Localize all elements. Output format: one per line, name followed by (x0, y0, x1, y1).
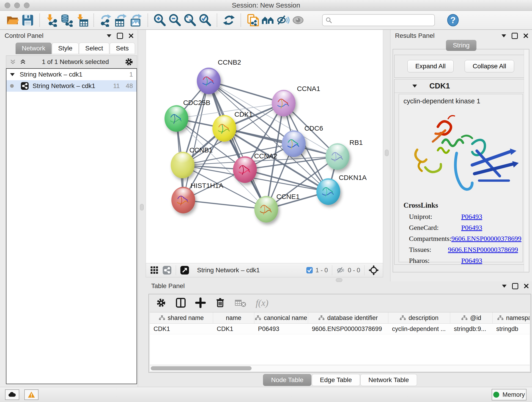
string-share-icon[interactable] (162, 266, 172, 275)
selected-checkbox-icon[interactable] (306, 267, 313, 274)
crosslink-tissues[interactable]: 9606.ENSP00000378699 (448, 246, 518, 254)
node-RB1[interactable] (326, 143, 349, 170)
network-row-selected[interactable]: String Network – cdk1 11 48 (6, 80, 137, 92)
warning-button[interactable] (24, 389, 38, 400)
column-header-canonical-name[interactable]: canonical name (254, 313, 308, 323)
right-splitter-handle[interactable] (385, 150, 389, 156)
column-header-database-identifier[interactable]: database identifier (308, 313, 388, 323)
node-table[interactable]: shared namenamecanonical namedatabase id… (150, 312, 530, 365)
tab-node-table[interactable]: Node Table (263, 374, 311, 386)
crosslink-genecard[interactable]: P06493 (461, 224, 482, 231)
tab-network[interactable]: Network (16, 43, 51, 54)
memory-button[interactable]: Memory (492, 389, 526, 400)
cell-0[interactable]: CDK1 (150, 324, 213, 334)
column-header-namespace[interactable]: namespace (493, 313, 530, 323)
expand-all-button[interactable]: Expand All (407, 60, 454, 72)
network-canvas[interactable]: CCNB2CCNA1CDC25BCDK1CDC6RB1CCNB1CCNA2CDK… (146, 30, 383, 263)
node-CCNE1[interactable] (254, 196, 278, 223)
network-collection-row[interactable]: String Network – cdk1 1 (6, 69, 137, 80)
collapse-all-button[interactable]: Collapse All (465, 60, 514, 72)
import-network-from-database-icon[interactable] (59, 13, 74, 28)
crosslink-pharos[interactable]: P06493 (461, 257, 482, 264)
function-builder-icon[interactable]: f(x) (256, 298, 268, 308)
fit-content-icon[interactable] (182, 13, 197, 28)
table-gear-icon[interactable] (156, 298, 166, 308)
delete-column-icon[interactable] (215, 298, 225, 308)
node-HIST1H1A[interactable] (171, 187, 195, 213)
float-panel-icon[interactable] (512, 33, 518, 39)
crosslink-uniprot[interactable]: P06493 (461, 213, 482, 220)
cloud-button[interactable] (5, 389, 19, 400)
zoom-in-icon[interactable] (152, 13, 167, 28)
node-CDK1[interactable] (212, 115, 236, 142)
search-field[interactable] (332, 16, 432, 24)
panel-menu-icon[interactable] (501, 34, 506, 37)
crosslink-compartments[interactable]: 9606.ENSP00000378699 (451, 235, 521, 242)
cell-4[interactable]: cyclin-dependent ... (388, 324, 450, 334)
expand-all-icon[interactable] (19, 58, 26, 65)
close-panel-icon[interactable] (523, 33, 528, 38)
column-header-name[interactable]: name (213, 313, 254, 323)
gear-icon[interactable] (124, 57, 133, 66)
node-CDKN1A[interactable] (317, 178, 340, 205)
tab-sets[interactable]: Sets (110, 43, 135, 54)
duplicate-page-icon[interactable] (245, 13, 260, 28)
collection-expander-icon[interactable] (10, 73, 15, 76)
node-CCNA1[interactable] (272, 90, 296, 116)
edge-CDK1-RB1[interactable] (224, 128, 337, 157)
export-image-icon[interactable] (128, 13, 143, 28)
zoom-out-icon[interactable] (167, 13, 182, 28)
node-CDC25B[interactable] (165, 105, 188, 132)
node-CDC6[interactable] (282, 130, 306, 157)
add-column-icon[interactable] (195, 298, 206, 308)
cell-1[interactable]: CDK1 (213, 324, 254, 334)
left-splitter-handle[interactable] (140, 204, 144, 211)
tab-style[interactable]: Style (52, 43, 79, 54)
collapse-all-icon[interactable] (9, 58, 16, 65)
panel-menu-icon[interactable] (502, 285, 507, 288)
edge-CCNB2-CCNE1[interactable] (209, 81, 266, 209)
open-browser-icon[interactable] (260, 13, 275, 28)
apply-preferred-layout-icon[interactable] (221, 13, 236, 28)
grid-view-icon[interactable] (150, 266, 159, 274)
node-CCNB1[interactable] (171, 152, 195, 178)
open-session-icon[interactable] (5, 13, 20, 28)
help-icon[interactable]: ? (445, 13, 461, 28)
export-network-icon[interactable] (98, 13, 113, 28)
tab-select[interactable]: Select (79, 43, 109, 54)
table-hscrollbar[interactable] (150, 365, 530, 371)
close-panel-icon[interactable] (524, 283, 529, 288)
results-scrollbar[interactable] (524, 50, 529, 272)
edge-HIST1H1A-CCNE1[interactable] (183, 200, 266, 209)
close-panel-icon[interactable] (128, 33, 133, 38)
cell-3[interactable]: 9606.ENSP00000378699 (308, 324, 388, 334)
import-table-from-file-icon[interactable] (74, 13, 89, 28)
show-columns-icon[interactable] (176, 298, 186, 308)
node-CCNA2[interactable] (233, 156, 257, 183)
column-header-shared-name[interactable]: shared name (150, 313, 213, 323)
import-network-from-file-icon[interactable] (44, 13, 59, 28)
save-session-icon[interactable] (20, 13, 35, 28)
cell-5[interactable]: stringdb:9... (450, 324, 493, 334)
show-graphics-details-icon[interactable] (291, 13, 306, 28)
navigate-icon[interactable] (369, 265, 379, 275)
cell-6[interactable]: stringdb (493, 324, 530, 334)
node-CCNB2[interactable] (197, 68, 221, 94)
entry-expander-icon[interactable] (412, 85, 417, 88)
tab-network-table[interactable]: Network Table (360, 374, 417, 386)
cell-2[interactable]: P06493 (254, 324, 308, 334)
hide-graphics-details-icon[interactable] (275, 13, 291, 28)
delete-table-icon[interactable] (234, 298, 247, 308)
hidden-eye-icon[interactable] (336, 266, 346, 274)
zoom-selected-icon[interactable] (197, 13, 213, 28)
float-panel-icon[interactable] (512, 283, 518, 289)
birds-eye-view-icon[interactable] (180, 266, 189, 275)
gene-entry-header[interactable]: CDK1 (394, 79, 527, 93)
column-header--id[interactable]: @id (450, 313, 493, 323)
search-input[interactable] (322, 14, 435, 26)
column-header-description[interactable]: description (388, 313, 450, 323)
table-row[interactable]: CDK1CDK1P064939606.ENSP00000378699cyclin… (150, 324, 530, 334)
float-panel-icon[interactable] (117, 33, 123, 39)
export-table-icon[interactable] (113, 13, 128, 28)
tab-edge-table[interactable]: Edge Table (312, 374, 360, 386)
